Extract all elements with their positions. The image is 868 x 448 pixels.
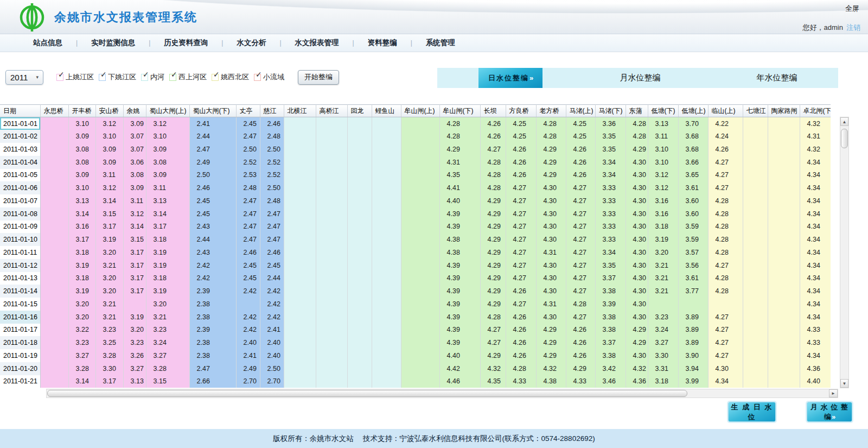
value-cell[interactable]: 4.32	[626, 362, 648, 375]
value-cell[interactable]: 3.15	[146, 375, 189, 388]
value-cell[interactable]: 4.26	[480, 130, 506, 143]
value-cell[interactable]: 4.31	[800, 130, 831, 143]
value-cell[interactable]: 4.27	[708, 311, 743, 324]
value-cell[interactable]	[347, 259, 372, 272]
value-cell[interactable]	[768, 156, 800, 169]
value-cell[interactable]	[401, 375, 439, 388]
value-cell[interactable]: 3.16	[68, 220, 95, 234]
value-cell[interactable]: 3.37	[595, 336, 626, 349]
value-cell[interactable]	[40, 324, 68, 337]
value-cell[interactable]: 3.94	[678, 362, 708, 375]
value-cell[interactable]: 3.23	[123, 336, 146, 349]
value-cell[interactable]: 3.08	[68, 156, 95, 169]
date-cell[interactable]: 2011-01-12	[0, 259, 40, 272]
value-cell[interactable]: 4.36	[800, 362, 831, 375]
value-cell[interactable]	[347, 117, 372, 130]
value-cell[interactable]: 4.27	[708, 336, 743, 349]
value-cell[interactable]: 3.35	[595, 259, 626, 272]
value-cell[interactable]: 4.29	[439, 143, 480, 156]
value-cell[interactable]: 3.31	[648, 362, 678, 375]
value-cell[interactable]: 4.30	[626, 311, 648, 324]
value-cell[interactable]: 4.34	[800, 207, 831, 220]
value-cell[interactable]	[316, 117, 347, 130]
value-cell[interactable]	[316, 143, 347, 156]
checkbox[interactable]: ✓	[56, 74, 63, 81]
value-cell[interactable]	[40, 156, 68, 169]
value-cell[interactable]	[316, 324, 347, 337]
value-cell[interactable]: 3.08	[146, 156, 189, 169]
value-cell[interactable]: 4.26	[708, 143, 743, 156]
value-cell[interactable]: 2.47	[260, 207, 284, 220]
value-cell[interactable]	[284, 362, 316, 375]
value-cell[interactable]	[743, 298, 768, 311]
value-cell[interactable]: 4.28	[480, 156, 506, 169]
column-header[interactable]: 牟山闸(下)	[439, 105, 480, 117]
value-cell[interactable]: 4.27	[506, 207, 536, 220]
value-cell[interactable]	[40, 233, 68, 246]
value-cell[interactable]: 2.45	[189, 207, 236, 220]
value-cell[interactable]: 3.21	[648, 259, 678, 272]
value-cell[interactable]: 4.30	[626, 156, 648, 169]
date-cell[interactable]: 2011-01-06	[0, 181, 40, 194]
value-cell[interactable]: 3.13	[123, 375, 146, 388]
value-cell[interactable]: 4.26	[506, 324, 536, 337]
value-cell[interactable]: 2.46	[236, 246, 260, 259]
value-cell[interactable]: 2.42	[260, 285, 284, 298]
value-cell[interactable]: 3.60	[678, 194, 708, 207]
value-cell[interactable]	[768, 259, 800, 272]
value-cell[interactable]: 3.21	[95, 259, 123, 272]
value-cell[interactable]	[768, 233, 800, 246]
value-cell[interactable]	[284, 349, 316, 362]
date-cell[interactable]: 2011-01-20	[0, 362, 40, 375]
value-cell[interactable]	[284, 156, 316, 169]
value-cell[interactable]: 3.19	[68, 259, 95, 272]
value-cell[interactable]: 4.27	[506, 298, 536, 311]
nav-item-station-info[interactable]: 站点信息	[20, 38, 76, 48]
value-cell[interactable]: 4.27	[708, 349, 743, 362]
scroll-right-icon[interactable]: ►	[829, 389, 838, 397]
value-cell[interactable]	[768, 220, 800, 234]
value-cell[interactable]: 4.39	[439, 207, 480, 220]
value-cell[interactable]: 4.22	[708, 117, 743, 130]
value-cell[interactable]	[40, 285, 68, 298]
value-cell[interactable]: 3.46	[595, 375, 626, 388]
value-cell[interactable]: 4.39	[439, 298, 480, 311]
value-cell[interactable]: 4.27	[566, 311, 595, 324]
value-cell[interactable]	[401, 362, 439, 375]
value-cell[interactable]: 3.38	[595, 349, 626, 362]
value-cell[interactable]: 3.20	[68, 311, 95, 324]
value-cell[interactable]: 4.34	[800, 285, 831, 298]
date-cell[interactable]: 2011-01-02	[0, 130, 40, 143]
value-cell[interactable]: 4.29	[480, 285, 506, 298]
value-cell[interactable]: 4.27	[566, 233, 595, 246]
value-cell[interactable]	[743, 311, 768, 324]
value-cell[interactable]: 2.50	[236, 143, 260, 156]
value-cell[interactable]	[372, 169, 401, 182]
region-checkbox-upper-yaojiang[interactable]: ✓上姚江区	[56, 72, 94, 82]
value-cell[interactable]: 3.08	[68, 143, 95, 156]
date-cell[interactable]: 2011-01-03	[0, 143, 40, 156]
value-cell[interactable]: 4.29	[480, 272, 506, 285]
value-cell[interactable]: 4.32	[800, 117, 831, 130]
value-cell[interactable]: 4.39	[439, 336, 480, 349]
value-cell[interactable]	[347, 233, 372, 246]
value-cell[interactable]: 3.17	[123, 285, 146, 298]
value-cell[interactable]	[316, 181, 347, 194]
value-cell[interactable]	[743, 143, 768, 156]
value-cell[interactable]: 4.27	[480, 336, 506, 349]
value-cell[interactable]: 3.14	[68, 375, 95, 388]
value-cell[interactable]: 4.41	[439, 181, 480, 194]
value-cell[interactable]: 3.10	[95, 130, 123, 143]
value-cell[interactable]: 4.29	[480, 246, 506, 259]
region-checkbox-yao-northwest[interactable]: ✓姚西北区	[212, 72, 249, 82]
value-cell[interactable]	[123, 298, 146, 311]
value-cell[interactable]	[372, 272, 401, 285]
value-cell[interactable]: 4.34	[800, 169, 831, 182]
column-header[interactable]: 老方桥	[536, 105, 566, 117]
value-cell[interactable]: 4.26	[506, 285, 536, 298]
value-cell[interactable]: 2.46	[189, 181, 236, 194]
value-cell[interactable]: 2.42	[189, 272, 236, 285]
value-cell[interactable]: 4.30	[626, 220, 648, 234]
value-cell[interactable]	[768, 375, 800, 388]
value-cell[interactable]: 3.19	[648, 233, 678, 246]
